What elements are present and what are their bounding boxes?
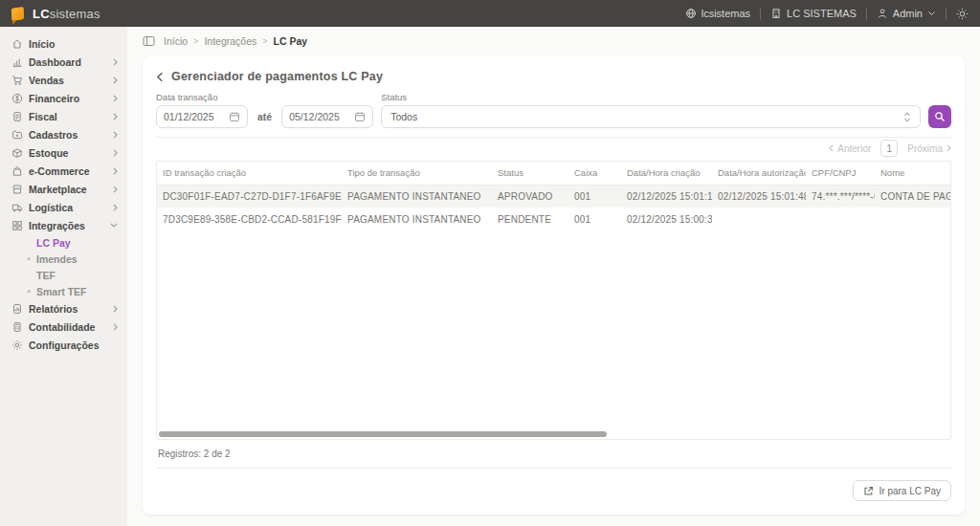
external-link-icon	[863, 486, 874, 496]
sidebar-item-ecommerce[interactable]: e-Commerce	[0, 162, 127, 180]
cell-criacao: 02/12/2025 15:00:39	[621, 208, 712, 230]
sidebar-item-logistica[interactable]: Logística	[0, 198, 127, 216]
topbar-divider	[866, 8, 867, 20]
cell-autorizacao	[712, 208, 806, 230]
cell-caixa: 001	[568, 208, 621, 230]
topbar-divider	[946, 8, 947, 20]
calendar-icon[interactable]	[354, 111, 366, 122]
cell-id: 7D3C9E89-358E-CBD2-CCAD-581F19FE7381	[157, 208, 342, 230]
col-header-autorizacao: Data/Hora autorização	[712, 162, 806, 185]
back-button[interactable]	[156, 72, 164, 82]
sidebar-item-integracoes[interactable]: Integrações	[0, 216, 127, 234]
table-header-row: ID transação criação Tipo de transação S…	[157, 162, 951, 185]
sidebar-subitem-smart-tef[interactable]: × Smart TEF	[0, 283, 127, 299]
chevron-down-icon	[927, 11, 936, 16]
sidebar-item-configuracoes[interactable]: Configurações	[0, 336, 127, 354]
main-content: Início > Integrações > LC Pay Gerenciado…	[127, 27, 980, 526]
breadcrumb-inicio[interactable]: Início	[164, 35, 188, 47]
stock-box-icon	[11, 147, 23, 159]
cell-nome: CONTA DE PAGAMENTO	[875, 185, 951, 208]
table-row[interactable]: DC30F01F-EAD7-C27D-D1F7-1F6AF9EF80AD PAG…	[157, 185, 951, 208]
pagination-next[interactable]: Próxima	[907, 143, 951, 154]
select-arrows-icon	[903, 112, 911, 122]
settings-gear-icon	[11, 340, 23, 351]
go-to-lc-pay-button[interactable]: Ir para LC Pay	[853, 480, 951, 501]
cell-tipo: PAGAMENTO INSTANTANEO	[342, 185, 492, 208]
cell-tipo: PAGAMENTO INSTANTANEO	[342, 208, 492, 230]
date-to-input-wrap	[281, 105, 373, 128]
app-window: LCsistemas lcsistemas LC SISTEMAS Admin	[0, 0, 980, 526]
cell-autorizacao: 02/12/2025 15:01:48	[712, 185, 806, 208]
date-from-input[interactable]	[164, 111, 223, 122]
home-icon	[11, 38, 23, 50]
status-group: Status Todos	[381, 92, 921, 128]
logo-text-rest: sistemas	[50, 7, 100, 21]
search-button[interactable]	[928, 105, 951, 128]
sidebar-item-contabilidade[interactable]: Contabilidade	[0, 318, 127, 336]
sidebar-item-inicio[interactable]: Início	[0, 34, 127, 53]
sidebar-subitem-tef[interactable]: TEF	[0, 267, 127, 283]
user-menu[interactable]: Admin	[877, 8, 936, 19]
building-icon	[770, 8, 782, 19]
logistics-truck-icon	[11, 202, 23, 213]
sidebar-item-financeiro[interactable]: Financeiro	[0, 89, 127, 107]
date-to-label	[281, 92, 373, 102]
site-link[interactable]: lcsistemas	[685, 8, 750, 19]
sidebar-item-marketplace[interactable]: Marketplace	[0, 180, 127, 198]
title-row: Gerenciador de pagamentos LC Pay	[156, 65, 951, 88]
sidebar-item-relatorios[interactable]: Relatórios	[0, 299, 127, 318]
cell-nome	[875, 208, 951, 230]
col-header-tipo: Tipo de transação	[342, 162, 492, 185]
pagination-previous[interactable]: Anterior	[829, 143, 871, 154]
sidebar-subitem-lc-pay[interactable]: LC Pay	[0, 234, 127, 251]
breadcrumb-integracoes[interactable]: Integrações	[204, 35, 256, 47]
col-header-status: Status	[492, 162, 568, 185]
sales-cart-icon	[11, 75, 23, 86]
card-footer: Ir para LC Pay	[156, 476, 951, 505]
sidebar-item-cadastros[interactable]: Cadastros	[0, 125, 127, 143]
chevron-right-icon	[113, 58, 118, 66]
logo-text: LCsistemas	[33, 7, 100, 21]
sidebar-toggle-icon[interactable]	[143, 35, 155, 47]
chevron-left-icon	[156, 72, 164, 82]
chevron-right-icon	[113, 77, 118, 84]
sidebar-item-fiscal[interactable]: Fiscal	[0, 107, 127, 125]
theme-toggle[interactable]	[956, 8, 969, 20]
company-selector[interactable]: LC SISTEMAS	[770, 8, 857, 19]
user-label: Admin	[893, 8, 923, 19]
records-count: Registros: 2 de 2	[156, 440, 951, 459]
chevron-right-icon	[113, 113, 118, 121]
sidebar-item-dashboard[interactable]: Dashboard	[0, 53, 127, 71]
status-select-value: Todos	[390, 111, 417, 122]
chevron-right-icon	[113, 131, 118, 139]
topbar: LCsistemas lcsistemas LC SISTEMAS Admin	[0, 0, 980, 27]
sidebar-item-estoque[interactable]: Estoque	[0, 143, 127, 162]
chevron-right-icon	[113, 167, 118, 175]
reports-icon	[11, 303, 23, 315]
sun-icon	[956, 8, 969, 20]
page-title: Gerenciador de pagamentos LC Pay	[171, 70, 383, 83]
horizontal-scrollbar-thumb[interactable]	[159, 431, 607, 437]
status-select[interactable]: Todos	[381, 105, 921, 128]
subitem-marker: ×	[25, 254, 33, 263]
chevron-down-icon	[110, 223, 118, 228]
col-header-id: ID transação criação	[157, 162, 342, 185]
site-label: lcsistemas	[702, 8, 750, 19]
sidebar-item-vendas[interactable]: Vendas	[0, 71, 127, 89]
pagination: Anterior 1 Próxima	[156, 138, 951, 159]
cell-criacao: 02/12/2025 15:01:14	[621, 185, 712, 208]
cell-id: DC30F01F-EAD7-C27D-D1F7-1F6AF9EF80AD	[157, 185, 342, 208]
breadcrumb-current: LC Pay	[274, 35, 308, 47]
date-to-input[interactable]	[289, 111, 348, 122]
table-row[interactable]: 7D3C9E89-358E-CBD2-CCAD-581F19FE7381 PAG…	[157, 208, 951, 230]
integrations-icon	[11, 220, 23, 231]
breadcrumb: Início > Integrações > LC Pay	[164, 35, 307, 47]
calendar-icon[interactable]	[229, 111, 240, 122]
registers-folder-icon	[11, 129, 23, 141]
marketplace-store-icon	[11, 184, 23, 195]
sidebar-subitem-imendes[interactable]: × Imendes	[0, 251, 127, 267]
dashboard-icon	[11, 56, 23, 68]
chevron-right-icon	[113, 149, 118, 157]
pagination-page-1[interactable]: 1	[880, 140, 898, 157]
date-from-group: Data transação	[156, 92, 248, 128]
